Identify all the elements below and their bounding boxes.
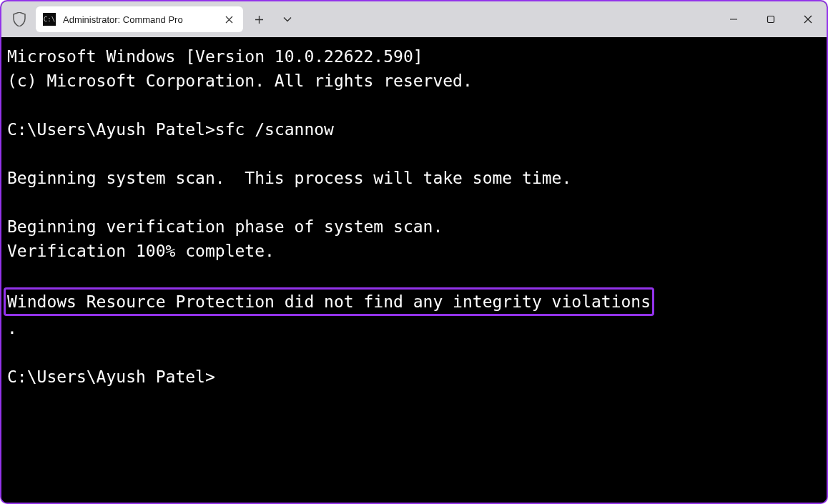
chevron-down-icon	[283, 16, 292, 22]
maximize-button[interactable]	[752, 1, 789, 37]
window-controls	[715, 1, 827, 37]
output-line: .	[7, 319, 17, 337]
active-tab[interactable]: C:\ Administrator: Command Pro	[36, 6, 243, 32]
plus-icon	[255, 15, 264, 24]
highlighted-output: Windows Resource Protection did not find…	[4, 287, 654, 316]
close-tab-button[interactable]	[222, 12, 236, 26]
terminal-window: C:\ Administrator: Command Pro Microsoft…	[0, 0, 828, 504]
output-line: Verification 100% complete.	[7, 242, 275, 260]
close-window-button[interactable]	[789, 1, 827, 37]
terminal-icon: C:\	[43, 13, 56, 26]
maximize-icon	[767, 15, 775, 24]
command-text: sfc /scannow	[215, 120, 334, 139]
output-line: Beginning verification phase of system s…	[7, 217, 443, 236]
minimize-icon	[729, 15, 738, 24]
tab-title: Administrator: Command Pro	[63, 14, 215, 25]
terminal-output[interactable]: Microsoft Windows [Version 10.0.22622.59…	[1, 37, 827, 503]
output-line: Microsoft Windows [Version 10.0.22622.59…	[7, 47, 423, 66]
prompt: C:\Users\Ayush Patel>	[7, 367, 215, 386]
tab-dropdown-button[interactable]	[275, 6, 300, 32]
close-icon	[804, 15, 812, 24]
output-line: (c) Microsoft Corporation. All rights re…	[7, 71, 473, 90]
new-tab-button[interactable]	[246, 6, 272, 32]
close-icon	[225, 16, 233, 24]
prompt: C:\Users\Ayush Patel>	[7, 120, 215, 139]
titlebar[interactable]: C:\ Administrator: Command Pro	[1, 1, 827, 37]
svg-rect-0	[768, 16, 774, 23]
output-line: Beginning system scan. This process will…	[7, 169, 571, 187]
shield-icon	[7, 12, 31, 26]
minimize-button[interactable]	[715, 1, 752, 37]
